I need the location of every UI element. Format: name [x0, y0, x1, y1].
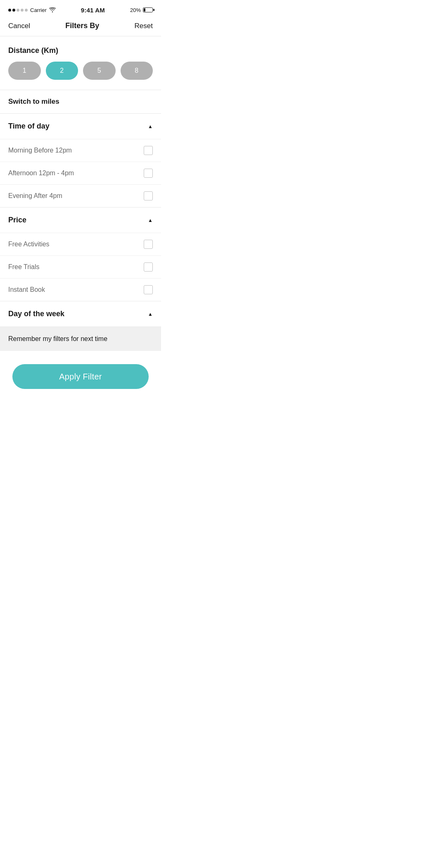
switch-miles-label: Switch to miles [8, 98, 59, 105]
time-morning-row[interactable]: Morning Before 12pm [0, 139, 161, 162]
apply-button-wrapper: Apply Filter [0, 351, 161, 405]
distance-pill-1[interactable]: 1 [8, 62, 41, 80]
price-free-trials-row[interactable]: Free Trials [0, 255, 161, 278]
price-instant-book-row[interactable]: Instant Book [0, 278, 161, 301]
price-label: Price [8, 216, 26, 224]
price-free-activities-checkbox[interactable] [144, 240, 153, 249]
signal-dot-3 [17, 9, 19, 12]
day-of-week-header[interactable]: Day of the week ▲ [0, 301, 161, 327]
price-free-activities-row[interactable]: Free Activities [0, 233, 161, 255]
distance-pill-5[interactable]: 5 [83, 62, 116, 80]
status-time: 9:41 AM [81, 7, 105, 14]
reset-button[interactable]: Reset [135, 22, 153, 30]
price-instant-book-label: Instant Book [8, 286, 45, 293]
time-morning-label: Morning Before 12pm [8, 147, 72, 154]
status-bar: Carrier 9:41 AM 20% [0, 0, 161, 18]
battery-fill [144, 8, 145, 12]
time-evening-row[interactable]: Evening After 4pm [0, 184, 161, 207]
price-free-activities-label: Free Activities [8, 241, 50, 248]
remember-row[interactable]: Remember my filters for next time [0, 327, 161, 351]
time-afternoon-row[interactable]: Afternoon 12pm - 4pm [0, 162, 161, 184]
time-of-day-label: Time of day [8, 122, 50, 131]
battery-icon [143, 7, 153, 12]
time-evening-label: Evening After 4pm [8, 192, 62, 200]
remember-label: Remember my filters for next time [8, 335, 107, 342]
battery-wrapper [143, 7, 153, 12]
distance-pill-2[interactable]: 2 [46, 62, 78, 80]
signal-dot-1 [8, 9, 11, 12]
price-instant-book-checkbox[interactable] [144, 285, 153, 294]
carrier-label: Carrier [30, 7, 47, 13]
nav-bar: Cancel Filters By Reset [0, 18, 161, 36]
distance-pills: 1 2 5 8 [8, 62, 153, 80]
time-of-day-header[interactable]: Time of day ▲ [0, 114, 161, 139]
apply-filter-button[interactable]: Apply Filter [12, 364, 149, 389]
time-of-day-section: Time of day ▲ Morning Before 12pm Aftern… [0, 114, 161, 207]
price-free-trials-label: Free Trials [8, 263, 40, 271]
signal-dot-2 [12, 9, 15, 12]
price-section: Price ▲ Free Activities Free Trials Inst… [0, 207, 161, 301]
price-free-trials-checkbox[interactable] [144, 262, 153, 272]
battery-percent: 20% [130, 7, 141, 13]
price-header[interactable]: Price ▲ [0, 207, 161, 233]
status-right: 20% [130, 7, 153, 13]
time-afternoon-label: Afternoon 12pm - 4pm [8, 169, 74, 177]
signal-dots [8, 9, 28, 12]
distance-pill-8[interactable]: 8 [121, 62, 153, 80]
wifi-icon [49, 7, 56, 12]
distance-label: Distance (Km) [8, 46, 153, 55]
distance-section: Distance (Km) 1 2 5 8 [0, 36, 161, 80]
time-of-day-chevron: ▲ [148, 124, 153, 129]
status-left: Carrier [8, 7, 56, 13]
day-of-week-section: Day of the week ▲ [0, 301, 161, 327]
signal-dot-5 [25, 9, 28, 12]
time-afternoon-checkbox[interactable] [144, 169, 153, 178]
day-of-week-chevron: ▲ [148, 311, 153, 317]
signal-dot-4 [21, 9, 24, 12]
time-morning-checkbox[interactable] [144, 146, 153, 155]
page-title: Filters By [65, 21, 99, 30]
time-evening-checkbox[interactable] [144, 191, 153, 200]
price-chevron: ▲ [148, 217, 153, 223]
cancel-button[interactable]: Cancel [8, 22, 30, 30]
day-of-week-label: Day of the week [8, 310, 64, 318]
switch-miles-row[interactable]: Switch to miles [0, 90, 161, 114]
